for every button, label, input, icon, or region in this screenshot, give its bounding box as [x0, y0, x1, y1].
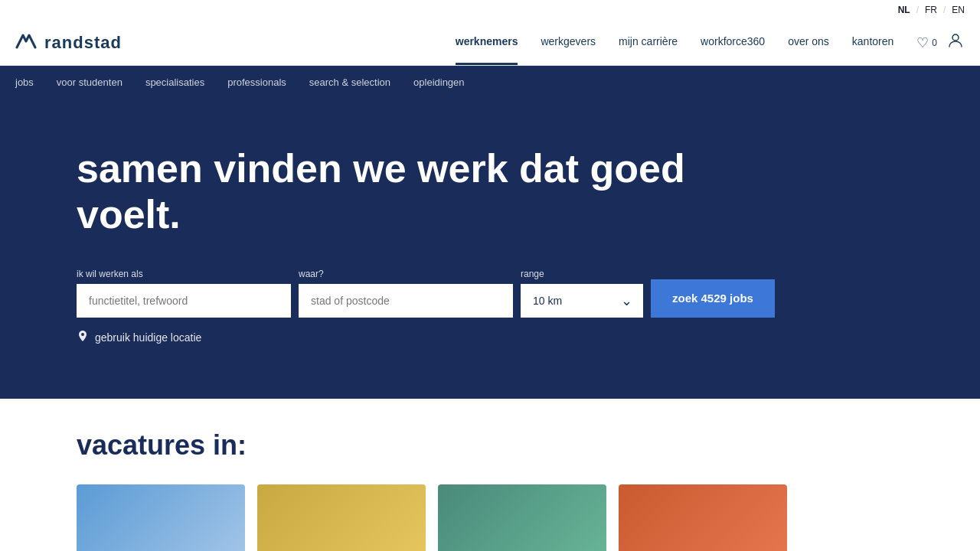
- range-field-group: range 5 km 10 km 20 km 50 km: [521, 269, 643, 318]
- vacatures-section: vacatures in:: [0, 399, 980, 551]
- range-label: range: [521, 269, 643, 279]
- lang-nl[interactable]: NL: [898, 5, 910, 15]
- favorites-count: 0: [932, 37, 937, 48]
- vacature-card-1[interactable]: [77, 484, 245, 551]
- sub-navigation: jobs voor studenten specialisaties profe…: [0, 66, 980, 100]
- search-button[interactable]: zoek 4529 jobs: [651, 279, 775, 318]
- nav-workforce360[interactable]: workforce360: [701, 20, 765, 65]
- subnav-opleidingen[interactable]: opleidingen: [413, 66, 465, 100]
- nav-over-ons[interactable]: over ons: [788, 20, 829, 65]
- subnav-studenten[interactable]: voor studenten: [57, 66, 122, 100]
- vacature-card-4[interactable]: [619, 484, 787, 551]
- location-link-text: gebruik huidige locatie: [95, 331, 201, 344]
- job-field-group: ik wil werken als: [77, 269, 291, 318]
- nav-kantoren[interactable]: kantoren: [852, 20, 893, 65]
- svg-point-0: [952, 34, 959, 41]
- nav-werkgevers[interactable]: werkgevers: [541, 20, 596, 65]
- range-select-wrapper: 5 km 10 km 20 km 50 km: [521, 284, 643, 318]
- heart-icon: ♡: [916, 34, 929, 51]
- lang-fr[interactable]: FR: [925, 5, 937, 15]
- location-field-group: waar?: [299, 269, 513, 318]
- location-label: waar?: [299, 269, 513, 279]
- user-icon[interactable]: [946, 31, 965, 54]
- subnav-professionals[interactable]: professionals: [227, 66, 286, 100]
- vacatures-cards: [77, 484, 903, 551]
- use-location-link[interactable]: gebruik huidige locatie: [77, 330, 903, 345]
- job-input[interactable]: [77, 284, 291, 318]
- nav-mijn-carriere[interactable]: mijn carrière: [619, 20, 678, 65]
- subnav-jobs[interactable]: jobs: [15, 66, 34, 100]
- hero-section: samen vinden we werk dat goed voelt. ik …: [0, 100, 980, 399]
- header-actions: ♡ 0: [916, 31, 965, 54]
- vacature-card-3[interactable]: [438, 484, 606, 551]
- main-header: randstad werknemers werkgevers mijn carr…: [0, 20, 980, 66]
- lang-en[interactable]: EN: [952, 5, 965, 15]
- logo-icon: [15, 32, 37, 53]
- range-select[interactable]: 5 km 10 km 20 km 50 km: [521, 284, 643, 318]
- nav-werknemers[interactable]: werknemers: [456, 20, 518, 65]
- subnav-search-selection[interactable]: search & selection: [309, 66, 390, 100]
- search-form: ik wil werken als waar? range 5 km 10 km…: [77, 269, 903, 318]
- location-input[interactable]: [299, 284, 513, 318]
- main-navigation: werknemers werkgevers mijn carrière work…: [456, 20, 894, 65]
- language-bar: NL / FR / EN: [0, 0, 980, 20]
- vacature-card-2[interactable]: [257, 484, 426, 551]
- logo-text: randstad: [44, 33, 122, 53]
- hero-headline: samen vinden we werk dat goed voelt.: [77, 146, 766, 238]
- svg-point-1: [81, 333, 84, 336]
- subnav-specialisaties[interactable]: specialisaties: [145, 66, 204, 100]
- vacatures-heading: vacatures in:: [77, 429, 903, 461]
- location-icon: [77, 330, 89, 345]
- job-label: ik wil werken als: [77, 269, 291, 279]
- logo[interactable]: randstad: [15, 23, 122, 62]
- favorites-button[interactable]: ♡ 0: [916, 34, 937, 51]
